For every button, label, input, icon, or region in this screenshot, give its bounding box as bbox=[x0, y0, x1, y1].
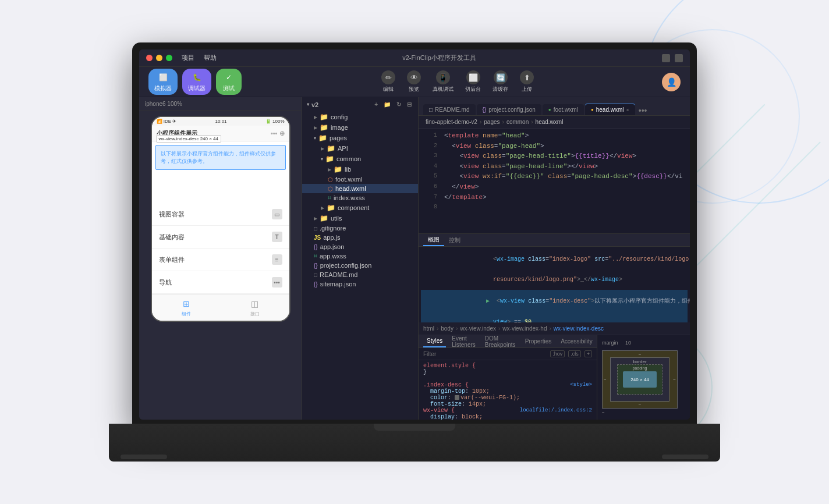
tree-root-chevron: ▾ bbox=[307, 102, 309, 107]
tab-headwxml[interactable]: ● head.wxml × bbox=[585, 104, 635, 115]
chevron-config: ▶ bbox=[314, 115, 317, 120]
cls-filter-btn[interactable]: .cls bbox=[568, 350, 581, 357]
bm-margin-top: − bbox=[639, 352, 642, 357]
devtools-tab-overview[interactable]: 概图 bbox=[423, 234, 444, 246]
event-listeners-tab[interactable]: Event Listeners bbox=[448, 335, 479, 347]
devtools-tab-console[interactable]: 控制 bbox=[444, 234, 465, 246]
tree-item-utils[interactable]: ▶ 📁 utils bbox=[302, 213, 418, 223]
hover-filter-btn[interactable]: :hov bbox=[550, 350, 565, 357]
path-html[interactable]: html bbox=[423, 325, 434, 332]
tab-projectconfig[interactable]: {} project.config.json bbox=[477, 104, 541, 115]
highlight-box: wx-view.index-desc 240 × 44 以下将展示小程序官方组件… bbox=[155, 145, 286, 170]
preview-icon: 👁 bbox=[407, 70, 421, 84]
toolbar: ⬜ 模拟器 🐛 调试器 ✓ 测试 bbox=[139, 67, 690, 97]
user-avatar[interactable]: 👤 bbox=[662, 73, 681, 91]
tree-item-projectconfig-label: project.config.json bbox=[320, 262, 372, 269]
tab-headwxml-close[interactable]: × bbox=[626, 107, 629, 113]
laptop-shell: 项目 帮助 v2-FinClip小程序开发工具 ⬜ 模拟器 bbox=[109, 42, 720, 462]
file-icon-appwxss: ⌗ bbox=[314, 253, 317, 260]
action-background[interactable]: ⬜ 切后台 bbox=[465, 70, 481, 93]
tree-item-config[interactable]: ▶ 📁 config bbox=[302, 112, 418, 122]
tree-item-sitemap[interactable]: {} sitemap.json bbox=[302, 279, 418, 289]
action-device-debug[interactable]: 📱 真机调试 bbox=[433, 70, 454, 93]
more-tabs-button[interactable]: ••• bbox=[636, 106, 650, 115]
phone-nav-items: 视图容器 ▭ 基础内容 T 表单组件 ≡ bbox=[152, 203, 289, 294]
action-upload[interactable]: ⬆ 上传 bbox=[520, 70, 534, 93]
tree-item-lib[interactable]: ▶ 📁 lib bbox=[302, 164, 418, 175]
breadcrumb-common[interactable]: common bbox=[506, 119, 529, 125]
menu-item-project[interactable]: 项目 bbox=[182, 54, 194, 62]
nav-item-nav[interactable]: 导航 ••• bbox=[152, 271, 289, 294]
highlight-inner: 以下将展示小程序官方组件能力，组件样式仅供参考，红式仅供参考。 bbox=[156, 145, 285, 169]
tree-item-appjs[interactable]: JS app.js bbox=[302, 233, 418, 242]
path-wxview-index[interactable]: wx-view.index bbox=[460, 325, 496, 332]
maximize-button[interactable] bbox=[166, 55, 172, 61]
debug-button[interactable]: 🐛 调试器 bbox=[182, 69, 211, 95]
tree-item-api[interactable]: ▶ 📁 API bbox=[302, 143, 418, 154]
code-line-7: 7 </template> bbox=[419, 193, 690, 203]
file-icon-projectconfig: {} bbox=[314, 262, 318, 269]
path-wxview-hd[interactable]: wx-view.index-hd bbox=[502, 325, 547, 332]
tree-item-appwxss[interactable]: ⌗ app.wxss bbox=[302, 251, 418, 261]
accessibility-tab[interactable]: Accessibility bbox=[557, 335, 596, 347]
tab-footwxml[interactable]: ● foot.wxml bbox=[543, 104, 584, 115]
menu-item-help[interactable]: 帮助 bbox=[204, 54, 217, 62]
debug-label: 调试器 bbox=[188, 84, 206, 93]
tab-readme[interactable]: □ README.md bbox=[423, 104, 476, 115]
line-num-8: 8 bbox=[423, 203, 437, 213]
tree-item-readme[interactable]: □ README.md bbox=[302, 270, 418, 279]
file-icon-gitignore: □ bbox=[314, 225, 317, 232]
tree-item-common[interactable]: ▾ 📁 common bbox=[302, 154, 418, 164]
phone-title-more[interactable]: ••• ⊕ bbox=[271, 130, 285, 137]
nav-item-nav-icon: ••• bbox=[272, 277, 282, 288]
action-preview[interactable]: 👁 预览 bbox=[407, 70, 421, 93]
chevron-lib: ▶ bbox=[328, 167, 331, 172]
tree-item-projectconfig[interactable]: {} project.config.json bbox=[302, 261, 418, 270]
path-wxview-desc[interactable]: wx-view.index-desc bbox=[554, 325, 604, 332]
collapse-icon[interactable]: ⊟ bbox=[405, 101, 413, 108]
tree-item-image[interactable]: ▶ 📁 image bbox=[302, 122, 418, 133]
code-editor[interactable]: 1 <template name="head"> 2 <view class="… bbox=[419, 129, 690, 233]
breadcrumb-root[interactable]: fino-applet-demo-v2 bbox=[426, 119, 477, 125]
tree-item-appjson[interactable]: {} app.json bbox=[302, 242, 418, 251]
close-button[interactable] bbox=[146, 55, 153, 61]
tree-item-index-wxss[interactable]: ⌗ index.wxss bbox=[302, 193, 418, 203]
line-num-7: 7 bbox=[423, 193, 437, 203]
nav-item-basic-label: 基础内容 bbox=[159, 233, 185, 242]
tree-item-common-label: common bbox=[336, 155, 361, 162]
action-background-label: 切后台 bbox=[465, 86, 481, 93]
dom-breakpoints-tab[interactable]: DOM Breakpoints bbox=[481, 335, 519, 347]
styles-filter-input[interactable] bbox=[423, 351, 547, 357]
simulate-button[interactable]: ⬜ 模拟器 bbox=[148, 69, 178, 95]
properties-tab[interactable]: Properties bbox=[522, 335, 555, 347]
new-file-icon[interactable]: + bbox=[373, 101, 380, 108]
path-body[interactable]: body bbox=[441, 325, 454, 332]
nav-item-views[interactable]: 视图容器 ▭ bbox=[152, 203, 289, 226]
test-button[interactable]: ✓ 测试 bbox=[216, 69, 242, 95]
tree-item-pages[interactable]: ▾ 📁 pages bbox=[302, 133, 418, 143]
add-style-btn[interactable]: + bbox=[584, 350, 592, 357]
phone-tab-api[interactable]: ◫ 接口 bbox=[249, 298, 261, 317]
nav-item-basic[interactable]: 基础内容 T bbox=[152, 226, 289, 249]
action-clear-cache[interactable]: 🔄 清缓存 bbox=[493, 70, 508, 93]
minimize-button[interactable] bbox=[156, 55, 162, 61]
phone-tab-component[interactable]: ⊞ 组件 bbox=[180, 298, 192, 317]
phone-tab-bar: ⊞ 组件 ◫ 接口 bbox=[152, 294, 289, 321]
min-ctrl[interactable] bbox=[662, 54, 670, 62]
new-folder-icon[interactable]: 📁 bbox=[382, 101, 392, 108]
css-prop-display: display: block; bbox=[423, 414, 592, 420]
tree-item-component[interactable]: ▶ 📁 component bbox=[302, 203, 418, 213]
refresh-icon[interactable]: ↻ bbox=[395, 101, 403, 108]
tree-item-foot-wxml[interactable]: ⬡ foot.wxml bbox=[302, 175, 418, 184]
nav-item-form[interactable]: 表单组件 ≡ bbox=[152, 249, 289, 271]
test-label: 测试 bbox=[223, 84, 235, 93]
styles-tab[interactable]: Styles bbox=[423, 335, 446, 347]
action-edit[interactable]: ✏ 编辑 bbox=[381, 70, 395, 93]
tree-item-gitignore[interactable]: □ .gitignore bbox=[302, 223, 418, 233]
code-text-1: <template name="head"> bbox=[444, 131, 529, 141]
max-ctrl[interactable] bbox=[675, 54, 683, 62]
nav-item-basic-icon: T bbox=[272, 232, 282, 242]
breadcrumb-pages[interactable]: pages bbox=[484, 119, 499, 125]
tree-item-head-wxml[interactable]: ⬡ head.wxml bbox=[302, 184, 418, 193]
css-selector-index-desc: .index-desc { bbox=[423, 382, 469, 388]
